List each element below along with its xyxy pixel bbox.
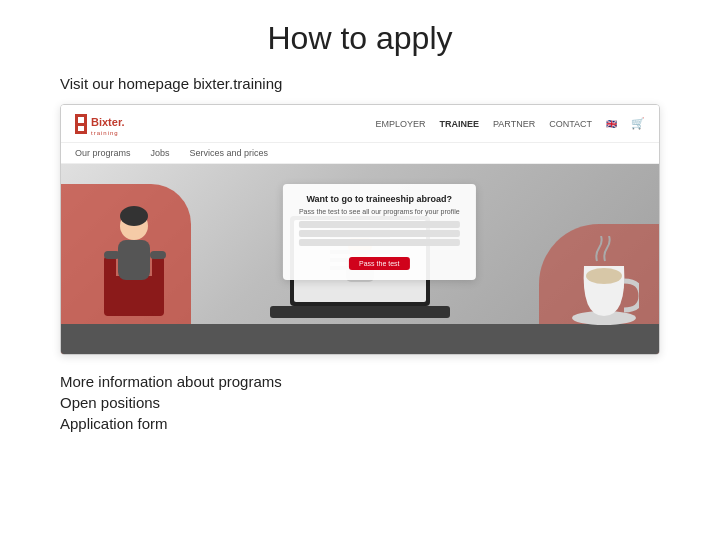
svg-rect-5	[84, 123, 87, 134]
svg-point-28	[586, 268, 622, 284]
svg-text:training: training	[91, 130, 119, 136]
cup-right-figure	[569, 236, 639, 326]
bullet-list: More information about programs Open pos…	[60, 371, 282, 434]
cta-input-3	[299, 239, 460, 246]
nav-partner[interactable]: PARTNER	[493, 119, 535, 129]
hero-floor	[61, 324, 659, 354]
page-container: How to apply Visit our homepage bixter.t…	[0, 0, 720, 540]
nav-trainee[interactable]: TRAINEE	[439, 119, 479, 129]
cta-input-rows	[299, 221, 460, 246]
subnav-services[interactable]: Services and prices	[190, 148, 269, 158]
nav-employer[interactable]: EMPLOYER	[375, 119, 425, 129]
svg-rect-10	[152, 256, 164, 316]
nav-flag[interactable]: 🇬🇧	[606, 119, 617, 129]
cta-input-2	[299, 230, 460, 237]
person-left-figure	[99, 196, 179, 326]
cta-subtitle: Pass the test to see all our programs fo…	[299, 208, 460, 215]
subnav-jobs[interactable]: Jobs	[151, 148, 170, 158]
bixter-nav-links: EMPLOYER TRAINEE PARTNER CONTACT 🇬🇧 🛒	[375, 117, 645, 130]
svg-rect-4	[84, 114, 87, 123]
page-title: How to apply	[60, 20, 660, 57]
svg-rect-12	[118, 240, 150, 280]
hero-cta-card: Want to go to traineeship abroad? Pass t…	[283, 184, 476, 280]
bixter-navbar: Bixter. training EMPLOYER TRAINEE PARTNE…	[61, 105, 659, 143]
bullet-item-3: Application form	[60, 413, 282, 434]
bixter-logo: Bixter. training	[75, 110, 145, 138]
bixter-subnav: Our programs Jobs Services and prices	[61, 143, 659, 164]
svg-text:Bixter.: Bixter.	[91, 116, 125, 128]
hero-area: Want to go to traineeship abroad? Pass t…	[61, 164, 659, 354]
svg-rect-14	[150, 251, 166, 259]
bullet-item-2: Open positions	[60, 392, 282, 413]
svg-rect-13	[104, 251, 120, 259]
svg-rect-18	[270, 306, 450, 318]
cta-button[interactable]: Pass the test	[349, 257, 409, 270]
cta-input-1	[299, 221, 460, 228]
svg-rect-9	[104, 256, 116, 316]
cart-icon[interactable]: 🛒	[631, 117, 645, 130]
subnav-programs[interactable]: Our programs	[75, 148, 131, 158]
website-mockup: Bixter. training EMPLOYER TRAINEE PARTNE…	[60, 104, 660, 355]
cta-title: Want to go to traineeship abroad?	[299, 194, 460, 204]
bullet-item-1: More information about programs	[60, 371, 282, 392]
nav-contact[interactable]: CONTACT	[549, 119, 592, 129]
subtitle-text: Visit our homepage bixter.training	[60, 75, 282, 92]
svg-point-15	[120, 206, 148, 226]
